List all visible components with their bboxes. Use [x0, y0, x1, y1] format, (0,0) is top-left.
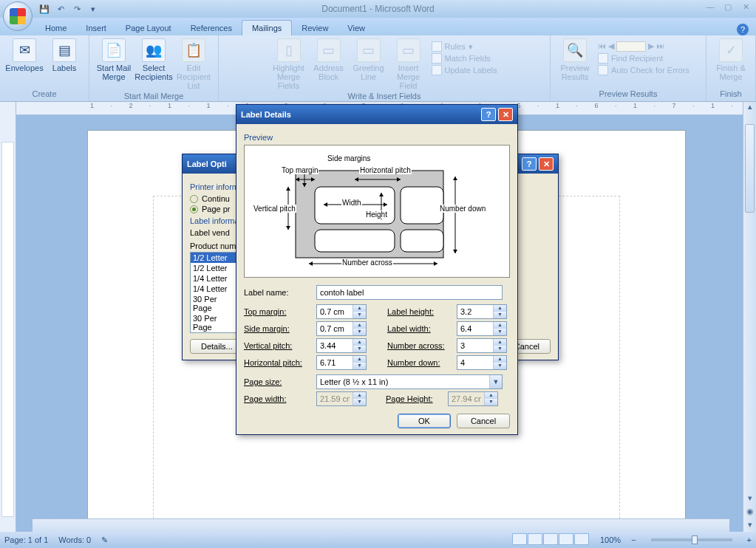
auto-check-button: Auto Check for Errors [598, 65, 698, 75]
spin-down-icon: ▼ [353, 312, 366, 318]
rules-icon [432, 41, 442, 52]
zoom-slider[interactable] [651, 538, 732, 541]
svg-marker-28 [434, 261, 437, 266]
cancel-button[interactable]: Cancel [457, 414, 510, 428]
number-across-input[interactable]: ▲▼ [457, 338, 507, 353]
svg-rect-3 [315, 230, 395, 252]
tab-mailings[interactable]: Mailings [242, 20, 292, 35]
top-margin-input[interactable]: ▲▼ [316, 304, 367, 319]
preview-icon: 🔍 [563, 38, 587, 62]
help-icon[interactable]: ? [481, 108, 496, 121]
svg-marker-24 [453, 177, 457, 180]
mail-merge-icon: 📄 [102, 38, 126, 62]
label-width-input[interactable]: ▲▼ [457, 321, 507, 336]
svg-marker-27 [309, 261, 313, 266]
group-preview-label: Preview Results [599, 88, 658, 100]
find-icon [598, 53, 608, 64]
app-title: Document1 - Microsoft Word [0, 4, 756, 14]
rules-button: Rules ▾ [432, 41, 497, 52]
tab-review[interactable]: Review [292, 21, 338, 35]
next-page-icon[interactable]: ▾ [743, 520, 756, 532]
svg-marker-16 [286, 226, 290, 230]
view-buttons[interactable] [512, 533, 590, 547]
side-margin-input[interactable]: ▲▼ [316, 321, 367, 336]
close-icon[interactable]: ✕ [539, 157, 554, 171]
label-name-input[interactable] [316, 285, 503, 300]
horizontal-scrollbar[interactable] [33, 518, 729, 532]
insert-merge-field-button: ▭Insert Merge Field [390, 38, 427, 90]
help-icon[interactable]: ? [522, 157, 537, 171]
number-down-input[interactable]: ▲▼ [457, 355, 507, 370]
envelopes-button[interactable]: ✉Envelopes [6, 38, 43, 72]
list-item[interactable]: 1/2 Letter [191, 253, 238, 263]
label-options-title: Label Opti [187, 160, 227, 168]
start-mail-merge-button[interactable]: 📄Start Mail Merge [95, 38, 132, 81]
prev-page-icon[interactable]: ◉ [743, 507, 756, 518]
preview-label: Preview [244, 133, 510, 142]
page-size-combo[interactable]: Letter (8 ½ x 11 in)▼ [316, 374, 503, 389]
minimize-icon[interactable]: — [704, 2, 716, 12]
tab-references[interactable]: References [181, 21, 242, 35]
list-item[interactable]: 1/2 Letter [191, 263, 238, 273]
match-fields-button: Match Fields [432, 53, 497, 64]
highlight-merge-fields-button: ▯Highlight Merge Fields [270, 38, 307, 90]
update-icon [432, 65, 442, 75]
envelope-icon: ✉ [13, 38, 36, 62]
recipients-icon: 👥 [142, 38, 166, 62]
vertical-ruler [0, 102, 16, 532]
list-item[interactable]: 30 Per Page [191, 313, 238, 332]
page-width-input: ▲▼ [316, 391, 367, 406]
finish-icon: ✓ [719, 38, 743, 62]
zoom-out-icon[interactable]: − [631, 535, 636, 544]
close-icon[interactable]: ✕ [498, 108, 513, 121]
group-create-label: Create [32, 88, 56, 100]
highlight-icon: ▯ [277, 38, 301, 62]
group-finish-label: Finish [720, 88, 741, 100]
page-height-input: ▲▼ [448, 391, 498, 406]
svg-marker-25 [453, 250, 457, 253]
label-details-title: Label Details [241, 110, 291, 119]
select-recipients-button[interactable]: 👥Select Recipients [135, 38, 172, 81]
tab-insert[interactable]: Insert [76, 21, 116, 35]
label-height-input[interactable]: ▲▼ [457, 304, 507, 319]
horizontal-pitch-input[interactable]: ▲▼ [316, 355, 367, 370]
tab-page-layout[interactable]: Page Layout [116, 21, 181, 35]
svg-rect-4 [401, 230, 443, 252]
words-status[interactable]: Words: 0 [58, 535, 91, 544]
scroll-down-icon[interactable]: ▾ [743, 493, 756, 505]
labels-button[interactable]: ▤Labels [46, 38, 83, 72]
label-details-dialog: Label Details ?✕ Preview [236, 104, 518, 435]
help-icon[interactable]: ? [737, 24, 749, 35]
preview-diagram: Side margins Top margin Horizontal pitch… [244, 145, 510, 278]
group-write-label: Write & Insert Fields [348, 90, 421, 102]
page-status[interactable]: Page: 1 of 1 [4, 535, 48, 544]
spin-up-icon: ▲ [353, 305, 366, 312]
vertical-scrollbar[interactable]: ▴ ▾ ◉ ▾ [743, 102, 756, 532]
list-item[interactable]: 1/4 Letter [191, 273, 238, 284]
chevron-down-icon[interactable]: ▼ [489, 375, 502, 388]
close-icon[interactable]: ✕ [740, 2, 752, 12]
tab-home[interactable]: Home [35, 21, 76, 35]
vertical-pitch-input[interactable]: ▲▼ [316, 338, 367, 353]
restore-icon[interactable]: ▢ [722, 2, 734, 12]
scroll-up-icon[interactable]: ▴ [743, 102, 756, 114]
zoom-level[interactable]: 100% [600, 535, 621, 544]
list-item[interactable]: 1/4 Letter [191, 284, 238, 294]
office-button[interactable] [3, 1, 33, 31]
edit-recipient-list-button: 📋Edit Recipient List [175, 38, 212, 90]
address-icon: ▭ [317, 38, 341, 62]
group-start-label: Start Mail Merge [124, 90, 184, 102]
zoom-in-icon[interactable]: + [747, 535, 752, 544]
scroll-thumb[interactable] [745, 124, 755, 213]
greeting-icon: ▭ [357, 38, 381, 62]
record-nav: ⏮◀▶⏭ [598, 41, 698, 52]
update-labels-button: Update Labels [432, 65, 497, 75]
check-icon [598, 65, 608, 75]
product-listbox[interactable]: 1/2 Letter 1/2 Letter 1/4 Letter 1/4 Let… [190, 252, 239, 333]
svg-rect-2 [401, 187, 443, 224]
list-item[interactable]: 30 Per Page [191, 294, 238, 313]
proofing-icon[interactable]: ✎ [101, 535, 108, 545]
tab-view[interactable]: View [338, 21, 375, 35]
svg-marker-15 [286, 187, 290, 191]
ok-button[interactable]: OK [398, 414, 451, 428]
